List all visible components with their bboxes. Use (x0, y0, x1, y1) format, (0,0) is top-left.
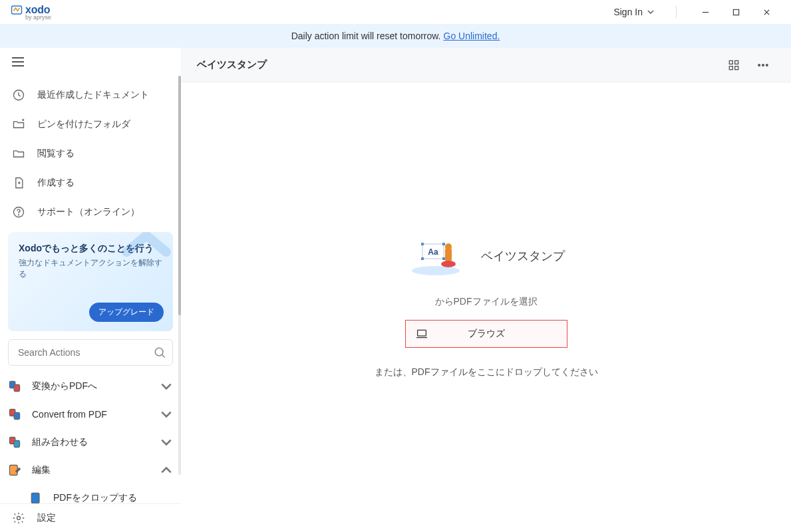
category-combine-label: 組み合わせる (32, 436, 88, 448)
svg-point-22 (412, 266, 460, 275)
promo-subtitle: 強力なドキュメントアクションを解除する (19, 257, 162, 280)
chevron-down-icon (160, 380, 173, 393)
category-convert-from-pdf-label: Convert from PDF (32, 409, 107, 420)
more-actions-button[interactable] (751, 53, 775, 77)
combine-icon (8, 436, 21, 449)
category-convert-from-pdf[interactable]: Convert from PDF (8, 400, 173, 428)
svg-rect-16 (735, 61, 738, 64)
category-convert-to-pdf-label: 変換からPDFへ (32, 380, 97, 392)
view-grid-button[interactable] (722, 53, 746, 77)
nav-support-label: サポート（オンライン） (37, 206, 140, 218)
category-edit[interactable]: 編集 (8, 456, 173, 484)
hamburger-button[interactable] (12, 54, 28, 70)
svg-rect-26 (442, 243, 445, 245)
chevron-down-icon (160, 436, 173, 449)
promo-card: Xodoでもっと多くのことを行う 強力なドキュメントアクションを解除する アップ… (8, 232, 173, 331)
gear-icon (12, 511, 25, 525)
nav-browse[interactable]: 閲覧する (0, 139, 173, 168)
window-minimize-button[interactable] (690, 0, 720, 24)
browse-button[interactable]: ブラウズ (405, 320, 567, 348)
main-panel: ベイツスタンプ Aa (181, 48, 791, 532)
convert-from-pdf-icon (8, 408, 21, 421)
sidebar: 最近作成したドキュメント ピンを付けたフォルダ 閲覧する 作成する サポート（オ… (0, 48, 181, 532)
banner-text: Daily action limit will reset tomorrow. (291, 31, 441, 41)
category-edit-label: 編集 (32, 464, 51, 476)
laptop-icon (415, 329, 428, 339)
instruction-text: からPDFファイルを選択 (347, 296, 626, 308)
svg-point-21 (766, 64, 768, 66)
folder-icon (12, 147, 25, 160)
category-convert-to-pdf[interactable]: 変換からPDFへ (8, 372, 173, 400)
action-crop-pdf-label: PDFをクロップする (53, 492, 137, 503)
svg-text:Aa: Aa (428, 247, 438, 257)
svg-point-30 (441, 261, 456, 267)
svg-point-5 (155, 348, 163, 356)
drop-hint: または、PDFファイルをここにドロップしてください (347, 366, 626, 378)
hero-title: ベイツスタンプ (481, 248, 565, 264)
svg-rect-17 (729, 66, 732, 69)
window-maximize-button[interactable] (720, 0, 751, 24)
title-bar: xodo by apryse Sign In (0, 0, 791, 24)
window-close-button[interactable] (751, 0, 782, 24)
more-horizontal-icon (756, 59, 770, 72)
page-title: ベイツスタンプ (197, 59, 716, 71)
svg-rect-15 (729, 61, 732, 64)
sidebar-scrollbar[interactable] (178, 76, 181, 475)
titlebar-separator (676, 6, 677, 18)
svg-point-31 (445, 243, 452, 250)
folder-pin-icon (12, 118, 25, 131)
search-icon (153, 346, 166, 359)
bates-stamp-icon: Aa (408, 236, 468, 276)
svg-rect-13 (31, 493, 39, 503)
logo-icon (11, 4, 23, 16)
svg-rect-1 (733, 9, 738, 15)
svg-rect-28 (442, 257, 445, 260)
nav-recent[interactable]: 最近作成したドキュメント (0, 80, 173, 110)
file-icon (29, 491, 43, 503)
app-logo: xodo by apryse (9, 4, 51, 21)
promo-arrow-icon (120, 232, 173, 259)
svg-point-20 (762, 64, 764, 66)
svg-point-19 (758, 64, 760, 66)
svg-rect-18 (735, 66, 738, 69)
search-input[interactable] (8, 339, 173, 366)
logo-subtitle: by apryse (25, 15, 51, 21)
svg-rect-9 (14, 412, 19, 419)
file-plus-icon (12, 176, 25, 190)
svg-rect-27 (421, 257, 424, 260)
svg-point-4 (19, 215, 19, 215)
empty-state: Aa ベイツスタンプ からPDFファイルを選択 ブラウズ または、PDFファイル… (347, 236, 626, 378)
svg-rect-7 (14, 384, 19, 391)
chevron-down-icon (160, 408, 173, 421)
chevron-up-icon (160, 464, 173, 477)
nav-support[interactable]: サポート（オンライン） (0, 198, 173, 227)
svg-point-14 (17, 516, 21, 519)
category-combine[interactable]: 組み合わせる (8, 428, 173, 456)
toolbar: ベイツスタンプ (181, 48, 791, 82)
sign-in-label: Sign In (613, 7, 643, 17)
sidebar-scroll-thumb[interactable] (178, 76, 181, 315)
nav-browse-label: 閲覧する (37, 148, 75, 160)
nav-recent-label: 最近作成したドキュメント (37, 89, 149, 101)
chevron-down-icon (647, 8, 655, 16)
upsell-banner: Daily action limit will reset tomorrow. … (0, 24, 791, 48)
nav-create[interactable]: 作成する (0, 168, 173, 198)
edit-icon (8, 464, 21, 477)
action-crop-pdf[interactable]: PDFをクロップする (8, 484, 173, 503)
help-icon (12, 205, 25, 219)
nav-settings[interactable]: 設定 (0, 503, 181, 532)
svg-rect-32 (417, 330, 426, 336)
go-unlimited-link[interactable]: Go Unlimited. (444, 31, 500, 41)
nav-settings-label: 設定 (37, 512, 56, 524)
clock-icon (12, 88, 25, 102)
svg-rect-11 (14, 440, 19, 447)
convert-to-pdf-icon (8, 380, 21, 393)
grid-icon (727, 59, 740, 72)
nav-pinned[interactable]: ピンを付けたフォルダ (0, 110, 173, 139)
browse-button-label: ブラウズ (468, 328, 505, 340)
nav-create-label: 作成する (37, 177, 75, 189)
nav-pinned-label: ピンを付けたフォルダ (37, 118, 130, 130)
svg-rect-25 (421, 243, 424, 245)
sign-in-button[interactable]: Sign In (605, 3, 663, 21)
upgrade-button[interactable]: アップグレード (89, 303, 164, 322)
